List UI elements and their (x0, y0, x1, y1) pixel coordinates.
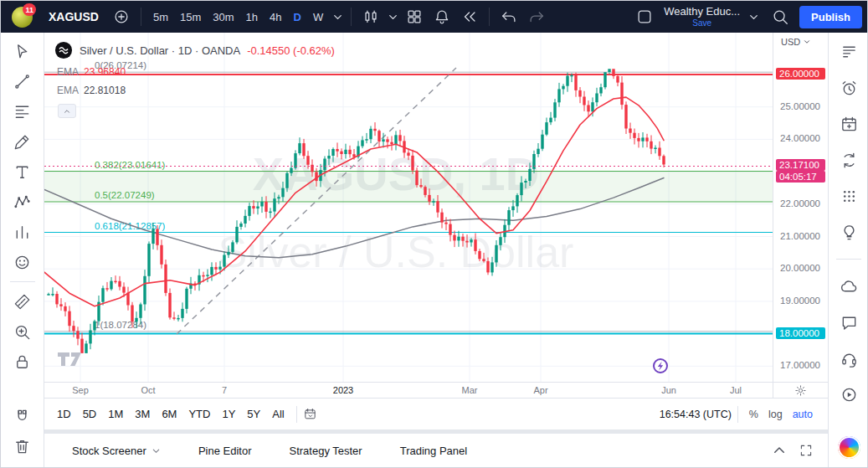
text-icon[interactable] (7, 157, 39, 186)
percent-scale-button[interactable]: % (744, 405, 763, 424)
chart-pane[interactable]: XAGUSD, 1DSilver / U.S. Dollar0(26.07214… (44, 33, 773, 382)
publish-button[interactable]: Publish (799, 6, 862, 28)
range-1y-button[interactable]: 1Y (216, 404, 241, 424)
axis-column: USD 25.0000024.0000022.0000021.0000020.0… (773, 33, 828, 398)
layout-name: Wealthy Educ... (664, 6, 740, 18)
interval-w-button[interactable]: W (307, 5, 329, 28)
bottom-panel: Stock ScreenerPine EditorStrategy Tester… (44, 434, 828, 467)
zoom-icon[interactable] (7, 317, 39, 346)
interval-d-button[interactable]: D (288, 5, 307, 28)
legend-collapse-button[interactable] (58, 104, 76, 118)
tab-label: Strategy Tester (289, 445, 362, 457)
alerts-icon[interactable] (833, 75, 865, 100)
xabcd-pattern-icon[interactable] (7, 188, 39, 216)
assistant-icon[interactable] (838, 436, 860, 459)
tab-strategy-tester[interactable]: Strategy Tester (289, 445, 362, 457)
range-5y-button[interactable]: 5Y (241, 404, 266, 424)
chart-type-chevron-icon[interactable] (385, 4, 400, 29)
trend-line-icon[interactable] (7, 67, 39, 95)
indicator-label: EMA (57, 66, 79, 78)
goto-date-icon[interactable] (303, 407, 317, 421)
save-status-icon[interactable] (631, 4, 658, 29)
legend-symbol-title[interactable]: Silver / U.S. Dollar · 1D · OANDA (80, 44, 240, 57)
support-icon[interactable] (833, 346, 865, 371)
ideas-icon[interactable] (833, 219, 865, 244)
range-5d-button[interactable]: 5D (77, 404, 103, 424)
interval-1h-button[interactable]: 1h (240, 5, 264, 28)
legend-change-value: -0.14550 (-0.62%) (247, 44, 335, 57)
current-price-label: 23.17100 (776, 159, 825, 171)
undo-icon[interactable] (496, 4, 522, 29)
watchlist-icon[interactable] (833, 39, 865, 64)
countdown-label: 04:05:17 (776, 171, 825, 183)
sidebar-divider (836, 259, 861, 260)
lock-icon[interactable] (7, 347, 39, 376)
price-axis[interactable]: USD 25.0000024.0000022.0000021.0000020.0… (773, 33, 828, 382)
separator (737, 406, 738, 423)
range-1m-button[interactable]: 1M (102, 404, 129, 424)
axis-corner (773, 382, 828, 398)
interval-15m-button[interactable]: 15m (174, 5, 207, 28)
calendar-icon[interactable] (833, 111, 865, 136)
layout-menu[interactable]: Wealthy Educ... Save (664, 6, 740, 28)
symbol-logo (54, 41, 73, 59)
top-toolbar: 11 XAGUSD 5m15m30m1h4hDW Wealthy Educ...… (1, 1, 867, 33)
minds-icon[interactable] (833, 274, 865, 299)
interval-30m-button[interactable]: 30m (207, 5, 239, 28)
interval-4h-button[interactable]: 4h (264, 5, 287, 28)
time-axis[interactable]: SepOct72023MarAprJunJul (44, 382, 773, 398)
cursor-icon[interactable] (7, 37, 39, 65)
chart-type-icon[interactable] (357, 4, 384, 29)
depth-icon[interactable] (833, 183, 865, 208)
tab-pine-editor[interactable]: Pine Editor (198, 445, 252, 457)
compare-add-icon[interactable] (108, 4, 135, 29)
log-scale-button[interactable]: log (763, 405, 788, 424)
auto-scale-button[interactable]: auto (788, 405, 818, 424)
search-icon[interactable] (767, 4, 794, 29)
svg-text:0.5(22.07249): 0.5(22.07249) (95, 190, 155, 200)
forecast-icon[interactable] (7, 218, 39, 246)
interval-chevron-icon[interactable] (330, 4, 345, 29)
interval-buttons: 5m15m30m1h4hDW (147, 5, 329, 28)
user-menu-button[interactable]: 11 (8, 4, 36, 29)
alert-icon[interactable] (429, 4, 455, 29)
trash-icon[interactable] (7, 432, 39, 460)
range-buttons: 1D5D1M3M6MYTD1Y5YAll (51, 404, 290, 424)
magnet-icon[interactable] (7, 402, 39, 430)
currency-selector[interactable]: USD (781, 37, 811, 47)
hotlists-icon[interactable] (833, 147, 865, 172)
redo-icon[interactable] (523, 4, 550, 29)
separator (296, 406, 297, 423)
settings-gear-icon[interactable] (794, 383, 808, 398)
range-ytd-button[interactable]: YTD (182, 404, 216, 424)
emoji-icon[interactable] (7, 248, 39, 276)
fib-retracement-icon[interactable] (7, 97, 39, 126)
replay-icon[interactable] (456, 4, 483, 29)
layout-chevron-icon[interactable] (746, 4, 761, 29)
chat-icon[interactable] (833, 310, 865, 335)
price-tick-label: 22.00000 (780, 198, 820, 208)
legend-ema-row[interactable]: EMA23.96840 (57, 66, 335, 78)
interval-5m-button[interactable]: 5m (147, 5, 174, 28)
range-1d-button[interactable]: 1D (51, 404, 77, 424)
brush-icon[interactable] (7, 127, 39, 156)
layout-grid-icon[interactable] (401, 4, 428, 29)
ruler-icon[interactable] (7, 287, 39, 316)
legend-ema-row[interactable]: EMA22.81018 (57, 85, 335, 96)
range-6m-button[interactable]: 6M (156, 404, 182, 424)
tab-trading-panel[interactable]: Trading Panel (400, 445, 467, 457)
panel-collapse-icon[interactable] (766, 443, 793, 458)
right-sidebar (828, 33, 868, 467)
drawing-toolbar (1, 33, 44, 467)
toolbar-divider (10, 281, 35, 282)
panel-maximize-icon[interactable] (793, 443, 819, 458)
tutorials-icon[interactable] (833, 382, 865, 407)
save-link[interactable]: Save (692, 18, 711, 28)
tab-stock-screener[interactable]: Stock Screener (72, 445, 161, 457)
symbol-search-button[interactable]: XAGUSD (40, 4, 107, 29)
notification-badge: 11 (23, 3, 36, 16)
range-all-button[interactable]: All (266, 404, 290, 424)
clock[interactable]: 16:54:43 (UTC) (660, 409, 732, 420)
topbar-right: Wealthy Educ... Save Publish (631, 4, 862, 29)
range-3m-button[interactable]: 3M (129, 404, 156, 424)
